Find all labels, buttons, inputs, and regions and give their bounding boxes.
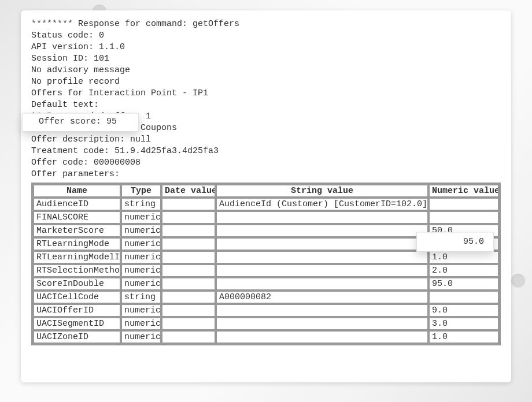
cell-name: UACICellCode bbox=[34, 291, 120, 303]
profile-line: No profile record bbox=[31, 76, 501, 88]
cell-type: numeric bbox=[121, 251, 161, 263]
cell-string bbox=[216, 251, 428, 263]
cell-numeric: 3.0 bbox=[429, 318, 498, 330]
table-row: RTSelectionMethodnumeric2.0 bbox=[34, 265, 498, 277]
cell-date bbox=[162, 198, 215, 210]
cell-string bbox=[216, 278, 428, 290]
cell-string bbox=[216, 304, 428, 317]
cell-numeric: 95.0 bbox=[429, 278, 498, 290]
offer-parameters-line: Offer parameters: bbox=[31, 169, 501, 180]
col-header-string-value: String value bbox=[216, 185, 428, 197]
cell-type: string bbox=[121, 198, 161, 210]
cell-type: string bbox=[121, 291, 161, 303]
api-version-line: API version: 1.1.0 bbox=[31, 42, 501, 53]
finalscore-tooltip: 95.0 bbox=[416, 232, 494, 252]
table-row: UACICellCodestringA000000082 bbox=[34, 291, 498, 303]
table-row: UACIOfferIDnumeric9.0 bbox=[34, 304, 498, 317]
background-decoration bbox=[511, 274, 525, 288]
cell-type: numeric bbox=[121, 265, 161, 277]
cell-string bbox=[216, 238, 428, 250]
cell-name: UACIOfferID bbox=[34, 304, 120, 317]
cell-name: AudienceID bbox=[34, 198, 120, 210]
cell-date bbox=[162, 238, 215, 250]
cell-type: numeric bbox=[121, 211, 161, 224]
cell-type: numeric bbox=[121, 238, 161, 250]
cell-name: UACIZoneID bbox=[34, 331, 120, 343]
cell-string bbox=[216, 211, 428, 224]
cell-numeric bbox=[429, 291, 498, 303]
response-card: ******** Response for command: getOffers… bbox=[21, 10, 511, 382]
cell-date bbox=[162, 318, 215, 330]
cell-string bbox=[216, 318, 428, 330]
cell-numeric: 9.0 bbox=[429, 304, 498, 317]
table-row: FINALSCOREnumeric bbox=[34, 211, 498, 224]
cell-type: numeric bbox=[121, 318, 161, 330]
offer-parameters-table-wrap: Name Type Date value String value Numeri… bbox=[31, 183, 501, 345]
cell-date bbox=[162, 251, 215, 263]
response-banner: ******** Response for command: getOffers bbox=[31, 18, 501, 30]
cell-name: FINALSCORE bbox=[34, 211, 120, 224]
offer-description-line: Offer description: null bbox=[31, 134, 501, 146]
cell-date bbox=[162, 211, 215, 224]
col-header-date-value: Date value bbox=[162, 185, 215, 197]
status-code-line: Status code: 0 bbox=[31, 30, 501, 42]
table-row: AudienceIDstringAudienceId (Customer) [C… bbox=[34, 198, 498, 210]
cell-date bbox=[162, 331, 215, 343]
table-row: RTLearningModelIDnumeric1.0 bbox=[34, 251, 498, 263]
cell-name: UACISegmentID bbox=[34, 318, 120, 330]
cell-type: numeric bbox=[121, 278, 161, 290]
cell-string: A000000082 bbox=[216, 291, 428, 303]
col-header-type: Type bbox=[121, 185, 161, 197]
cell-type: numeric bbox=[121, 225, 161, 237]
cell-name: RTLearningModelID bbox=[34, 251, 120, 263]
cell-numeric: 1.0 bbox=[429, 251, 498, 263]
cell-numeric bbox=[429, 198, 498, 210]
table-row: UACISegmentIDnumeric3.0 bbox=[34, 318, 498, 330]
cell-name: RTSelectionMethod bbox=[34, 265, 120, 277]
cell-date bbox=[162, 265, 215, 277]
cell-type: numeric bbox=[121, 331, 161, 343]
default-text-line: Default text: bbox=[31, 99, 501, 111]
cell-string bbox=[216, 225, 428, 237]
cell-date bbox=[162, 225, 215, 237]
cell-numeric bbox=[429, 211, 498, 224]
col-header-numeric-value: Numeric value bbox=[429, 185, 498, 197]
cell-name: RTLearningMode bbox=[34, 238, 120, 250]
session-id-line: Session ID: 101 bbox=[31, 53, 501, 65]
cell-name: ScoreInDouble bbox=[34, 278, 120, 290]
advisory-line: No advisory message bbox=[31, 65, 501, 76]
cell-date bbox=[162, 291, 215, 303]
table-row: UACIZoneIDnumeric1.0 bbox=[34, 331, 498, 343]
cell-numeric: 1.0 bbox=[429, 331, 498, 343]
table-header-row: Name Type Date value String value Numeri… bbox=[34, 185, 498, 197]
cell-type: numeric bbox=[121, 304, 161, 317]
offer-code-line: Offer code: 000000008 bbox=[31, 157, 501, 169]
col-header-name: Name bbox=[34, 185, 120, 197]
interaction-point-line: Offers for Interaction Point - IP1 bbox=[31, 88, 501, 99]
cell-string bbox=[216, 331, 428, 343]
cell-date bbox=[162, 304, 215, 317]
treatment-code-line: Treatment code: 51.9.4d25fa3.4d25fa3 bbox=[31, 146, 501, 157]
offer-parameters-table: Name Type Date value String value Numeri… bbox=[31, 183, 501, 345]
table-row: ScoreInDoublenumeric95.0 bbox=[34, 278, 498, 290]
cell-numeric: 2.0 bbox=[429, 265, 498, 277]
cell-string bbox=[216, 265, 428, 277]
cell-string: AudienceId (Customer) [CustomerID=102.0] bbox=[216, 198, 428, 210]
offer-score-tooltip: Offer score: 95 bbox=[22, 113, 139, 132]
cell-date bbox=[162, 278, 215, 290]
cell-name: MarketerScore bbox=[34, 225, 120, 237]
